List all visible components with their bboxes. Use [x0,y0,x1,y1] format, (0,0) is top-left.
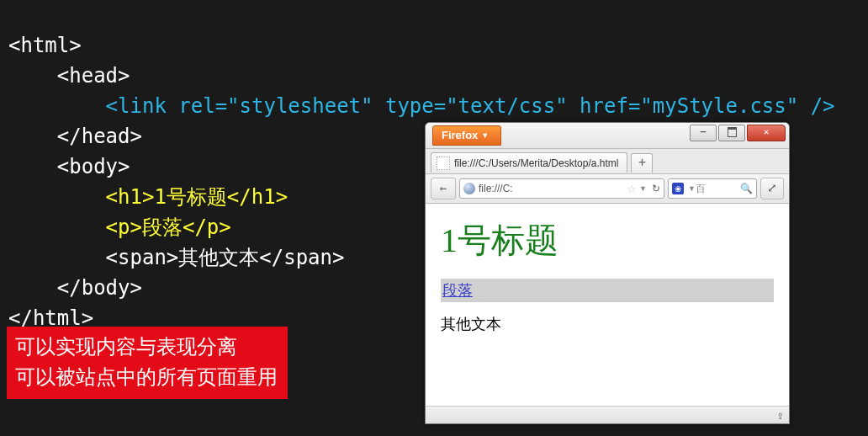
history-dropdown-icon[interactable]: ▼ [639,184,647,193]
code-line: <span>其他文本</span> [8,246,344,269]
document-icon [437,157,450,170]
code-line: <body> [8,155,130,178]
back-button[interactable]: ← [431,178,456,199]
titlebar: Firefox▼ [426,123,789,149]
bookmark-star-icon[interactable]: ☆ [627,183,637,195]
search-engine-dropdown-icon[interactable]: ▼ [688,184,696,193]
code-line: <html> [8,34,82,57]
firefox-label: Firefox [442,129,478,141]
minimize-button[interactable] [690,125,717,141]
page-content: 1号标题 段落 其他文本 [426,204,789,406]
code-line: </body> [8,276,142,300]
search-icon[interactable]: 🔍 [740,183,753,194]
search-placeholder: 百 [696,182,706,196]
browser-tab[interactable]: file:///C:/Users/Merita/Desktop/a.html [431,152,627,173]
code-line-p: <p>段落</p> [8,215,231,239]
firefox-menu-button[interactable]: Firefox▼ [432,125,501,146]
code-line-link: <link rel="stylesheet" type="text/css" h… [8,94,835,118]
window-controls [688,125,786,141]
rendered-p: 段落 [441,279,774,302]
share-icon[interactable]: ⇪ [777,408,784,422]
fullscreen-button[interactable]: ⤢ [760,178,784,199]
reload-icon[interactable]: ↻ [652,183,660,194]
maximize-button[interactable] [718,125,745,141]
code-line: </head> [8,125,142,148]
tab-strip: file:///C:/Users/Merita/Desktop/a.html + [426,149,789,174]
tab-title: file:///C:/Users/Merita/Desktop/a.html [454,157,618,169]
chevron-down-icon: ▼ [481,131,489,140]
code-line-h1: <h1>1号标题</h1> [8,185,288,209]
callout-box: 可以实现内容与表现分离 可以被站点中的所有页面重用 [7,327,288,399]
callout-line-1: 可以实现内容与表现分离 [15,332,278,362]
url-bar[interactable]: file:///C: ☆ ▼ ↻ [459,178,664,199]
globe-icon [463,183,475,194]
rendered-h1: 1号标题 [441,217,774,263]
search-box[interactable]: ❀ ▼ 百 🔍 [668,178,757,199]
close-button[interactable] [747,125,786,141]
rendered-span: 其他文本 [441,314,774,334]
slide: <html> <head> <link rel="stylesheet" typ… [0,0,868,436]
new-tab-button[interactable]: + [631,153,653,173]
browser-window: Firefox▼ file:///C:/Users/Merita/Desktop… [425,122,790,424]
url-text: file:///C: [479,183,513,194]
search-engine-icon: ❀ [672,183,684,194]
status-bar: ⇪ [426,406,789,423]
toolbar: ← file:///C: ☆ ▼ ↻ ❀ ▼ 百 🔍 ⤢ [426,174,789,204]
code-line: <head> [8,64,130,88]
callout-line-2: 可以被站点中的所有页面重用 [15,362,278,392]
